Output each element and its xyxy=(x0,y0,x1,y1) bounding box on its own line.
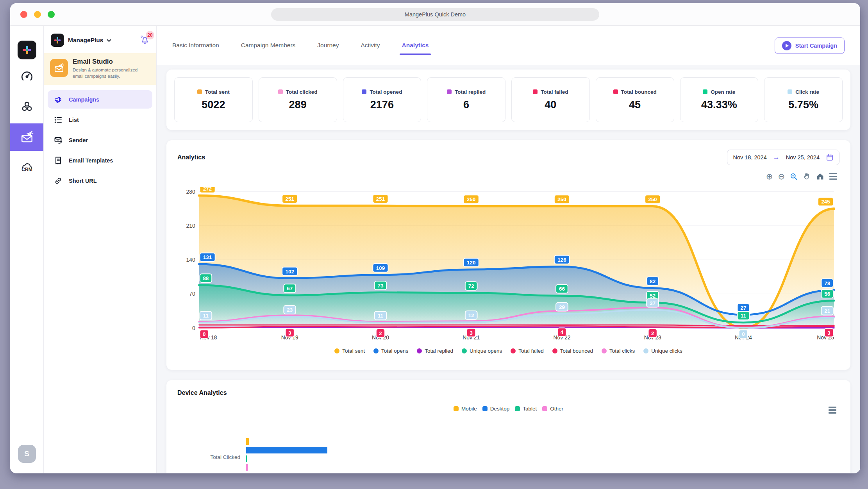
bar-tablet[interactable] xyxy=(246,455,247,462)
sidebar-nav: CampaignsListSenderEmail TemplatesShort … xyxy=(44,85,156,197)
svg-text:3: 3 xyxy=(470,330,472,336)
workspace-logo xyxy=(51,34,64,47)
bar-other[interactable] xyxy=(246,464,248,471)
legend-item-unique-clicks[interactable]: Unique clicks xyxy=(643,348,682,354)
svg-text:67: 67 xyxy=(287,286,293,291)
legend-swatch xyxy=(373,348,379,353)
svg-text:250: 250 xyxy=(557,196,566,202)
legend-swatch xyxy=(334,348,339,353)
svg-text:126: 126 xyxy=(557,257,566,263)
legend-item-unique-opens[interactable]: Unique opens xyxy=(462,348,502,354)
stat-label: Total opened xyxy=(370,89,402,95)
tab-basic-information[interactable]: Basic Information xyxy=(172,38,219,53)
device-legend-item-desktop[interactable]: Desktop xyxy=(482,406,510,412)
device-legend-item-tablet[interactable]: Tablet xyxy=(515,406,537,412)
chart-toolbar: ⊕ ⊖ xyxy=(766,172,837,180)
stat-swatch xyxy=(362,89,366,94)
sidebar-rail-email-studio[interactable] xyxy=(10,123,43,151)
minimize-button[interactable] xyxy=(34,11,41,18)
zoom-in-icon[interactable]: ⊕ xyxy=(766,172,773,180)
legend-item-total-sent[interactable]: Total sent xyxy=(334,348,365,354)
svg-text:11: 11 xyxy=(203,313,209,319)
sidebar-item-label: List xyxy=(69,117,79,123)
chart-menu-icon[interactable] xyxy=(829,173,837,180)
chevron-down-icon[interactable] xyxy=(106,37,112,44)
app-logo[interactable] xyxy=(18,41,36,59)
stat-card-total-failed: Total failed40 xyxy=(511,77,590,122)
icon-rail: CRM S xyxy=(10,26,44,473)
crm-icon: CRM xyxy=(19,160,35,175)
sidebar-rail-dashboard[interactable] xyxy=(10,62,43,90)
svg-text:2: 2 xyxy=(379,330,382,336)
stat-swatch xyxy=(533,89,538,94)
sidebar-item-sender[interactable]: Sender xyxy=(48,131,152,149)
svg-text:3: 3 xyxy=(288,330,291,336)
device-legend-item-other[interactable]: Other xyxy=(542,406,563,412)
legend-swatch xyxy=(417,348,422,353)
tab-journey[interactable]: Journey xyxy=(317,38,339,53)
sidebar-rail-crm[interactable]: CRM xyxy=(10,154,43,181)
svg-text:11: 11 xyxy=(378,313,384,319)
svg-text:4: 4 xyxy=(561,329,564,335)
tab-campaign-members[interactable]: Campaign Members xyxy=(241,38,296,53)
legend-item-total-opens[interactable]: Total opens xyxy=(373,348,408,354)
home-reset-icon[interactable] xyxy=(816,172,824,180)
start-campaign-button[interactable]: Start Campaign xyxy=(775,37,845,54)
user-avatar[interactable]: S xyxy=(18,445,36,463)
legend-item-total-bounced[interactable]: Total bounced xyxy=(552,348,593,354)
pan-icon[interactable] xyxy=(803,172,811,180)
notification-count-badge: 20 xyxy=(146,31,154,39)
svg-text:3: 3 xyxy=(827,330,830,336)
svg-text:140: 140 xyxy=(186,257,195,263)
sidebar-rail-contacts[interactable] xyxy=(10,93,43,120)
chart-legend: Total sentTotal opensTotal repliedUnique… xyxy=(177,348,839,354)
close-button[interactable] xyxy=(20,11,27,18)
stat-label: Click rate xyxy=(795,89,819,95)
svg-text:CRM: CRM xyxy=(21,167,32,172)
stat-label: Total replied xyxy=(455,89,486,95)
selection-zoom-icon[interactable] xyxy=(790,173,798,180)
notifications-button[interactable]: 20 xyxy=(140,34,150,46)
svg-text:11: 11 xyxy=(741,313,747,319)
date-to: Nov 25, 2024 xyxy=(786,154,820,161)
stat-value: 6 xyxy=(463,99,469,111)
svg-text:109: 109 xyxy=(376,265,385,271)
module-title: Email Studio xyxy=(73,58,139,66)
sidebar-item-label: Sender xyxy=(69,137,88,143)
stat-card-total-clicked: Total clicked289 xyxy=(259,77,337,122)
sidebar-item-label: Campaigns xyxy=(69,96,99,103)
tab-activity[interactable]: Activity xyxy=(361,38,380,53)
svg-text:82: 82 xyxy=(650,278,655,284)
sidebar-item-list[interactable]: List xyxy=(48,111,152,129)
arrow-right-icon: → xyxy=(773,153,780,161)
device-chart-menu-icon[interactable] xyxy=(829,407,836,414)
tab-analytics[interactable]: Analytics xyxy=(402,38,429,53)
zoom-out-icon[interactable]: ⊖ xyxy=(778,172,785,180)
svg-text:12: 12 xyxy=(468,312,474,318)
legend-item-total-failed[interactable]: Total failed xyxy=(511,348,544,354)
sidebar-item-short-url[interactable]: Short URL xyxy=(48,171,152,190)
sidebar-item-campaigns[interactable]: Campaigns xyxy=(48,90,152,109)
stat-value: 43.33% xyxy=(701,99,737,111)
template-icon xyxy=(53,156,63,165)
play-icon xyxy=(782,41,791,50)
analytics-chart[interactable]: 070140210280Nov 18Nov 19Nov 20Nov 21Nov … xyxy=(177,187,839,344)
svg-text:250: 250 xyxy=(467,196,475,202)
sidebar: ManagePlus 20 xyxy=(44,26,157,473)
maximize-button[interactable] xyxy=(48,11,55,18)
sidebar-item-email-templates[interactable]: Email Templates xyxy=(48,151,152,170)
legend-item-total-clicks[interactable]: Total clicks xyxy=(602,348,635,354)
workspace-name[interactable]: ManagePlus xyxy=(68,37,103,44)
svg-text:52: 52 xyxy=(650,293,655,299)
svg-text:280: 280 xyxy=(186,189,195,195)
date-range-picker[interactable]: Nov 18, 2024 → Nov 25, 2024 xyxy=(727,150,839,165)
bar-desktop[interactable] xyxy=(246,447,327,453)
device-legend-item-mobile[interactable]: Mobile xyxy=(454,406,477,412)
bar-mobile[interactable] xyxy=(246,438,249,445)
svg-text:21: 21 xyxy=(824,308,830,314)
legend-item-total-replied[interactable]: Total replied xyxy=(417,348,453,354)
legend-swatch xyxy=(511,348,516,353)
stat-card-total-opened: Total opened2176 xyxy=(343,77,421,122)
window-titlebar: MangePlus Quick Demo xyxy=(10,3,860,26)
svg-text:23: 23 xyxy=(287,307,293,313)
